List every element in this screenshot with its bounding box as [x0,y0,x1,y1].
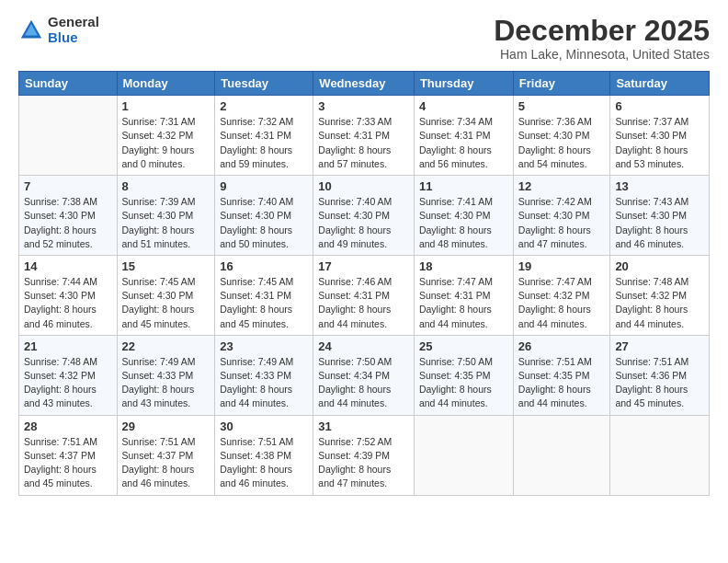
main-title: December 2025 [494,15,710,47]
day-cell [19,96,118,176]
logo: General Blue [18,15,99,45]
day-info: Sunrise: 7:33 AM Sunset: 4:31 PM Dayligh… [318,115,409,171]
day-cell: 23Sunrise: 7:49 AM Sunset: 4:33 PM Dayli… [215,335,313,415]
day-info: Sunrise: 7:32 AM Sunset: 4:31 PM Dayligh… [220,115,308,171]
day-cell: 25Sunrise: 7:50 AM Sunset: 4:35 PM Dayli… [414,335,513,415]
day-cell: 11Sunrise: 7:41 AM Sunset: 4:30 PM Dayli… [414,176,513,256]
calendar-table: SundayMondayTuesdayWednesdayThursdayFrid… [18,71,710,495]
day-info: Sunrise: 7:37 AM Sunset: 4:30 PM Dayligh… [615,115,704,171]
header-cell-friday: Friday [513,72,610,96]
day-info: Sunrise: 7:51 AM Sunset: 4:38 PM Dayligh… [220,435,308,491]
day-info: Sunrise: 7:51 AM Sunset: 4:36 PM Dayligh… [615,355,704,411]
header-cell-saturday: Saturday [610,72,710,96]
logo-icon [18,17,44,43]
header-cell-thursday: Thursday [414,72,513,96]
day-info: Sunrise: 7:42 AM Sunset: 4:30 PM Dayligh… [518,195,606,251]
day-number: 22 [122,339,210,353]
day-info: Sunrise: 7:50 AM Sunset: 4:35 PM Dayligh… [419,355,508,411]
day-number: 24 [318,339,409,353]
day-info: Sunrise: 7:36 AM Sunset: 4:30 PM Dayligh… [518,115,606,171]
day-info: Sunrise: 7:45 AM Sunset: 4:31 PM Dayligh… [220,275,308,331]
day-cell: 26Sunrise: 7:51 AM Sunset: 4:35 PM Dayli… [513,335,610,415]
day-number: 14 [24,259,112,273]
day-info: Sunrise: 7:38 AM Sunset: 4:30 PM Dayligh… [24,195,112,251]
day-cell: 17Sunrise: 7:46 AM Sunset: 4:31 PM Dayli… [313,255,415,335]
week-row-1: 7Sunrise: 7:38 AM Sunset: 4:30 PM Daylig… [19,176,710,256]
title-area: December 2025 Ham Lake, Minnesota, Unite… [494,15,710,62]
day-cell: 20Sunrise: 7:48 AM Sunset: 4:32 PM Dayli… [610,255,710,335]
day-cell [610,415,710,495]
day-number: 10 [318,179,409,193]
day-info: Sunrise: 7:34 AM Sunset: 4:31 PM Dayligh… [419,115,508,171]
day-cell: 31Sunrise: 7:52 AM Sunset: 4:39 PM Dayli… [313,415,415,495]
day-cell [513,415,610,495]
day-number: 5 [518,99,606,113]
day-number: 6 [615,99,704,113]
day-info: Sunrise: 7:46 AM Sunset: 4:31 PM Dayligh… [318,275,409,331]
day-cell: 18Sunrise: 7:47 AM Sunset: 4:31 PM Dayli… [414,255,513,335]
day-number: 8 [122,179,210,193]
day-cell: 12Sunrise: 7:42 AM Sunset: 4:30 PM Dayli… [513,176,610,256]
day-info: Sunrise: 7:43 AM Sunset: 4:30 PM Dayligh… [615,195,704,251]
day-info: Sunrise: 7:49 AM Sunset: 4:33 PM Dayligh… [122,355,210,411]
day-number: 19 [518,259,606,273]
day-info: Sunrise: 7:51 AM Sunset: 4:37 PM Dayligh… [24,435,112,491]
day-number: 30 [220,419,308,433]
day-number: 23 [220,339,308,353]
day-number: 9 [220,179,308,193]
day-cell: 13Sunrise: 7:43 AM Sunset: 4:30 PM Dayli… [610,176,710,256]
day-cell: 4Sunrise: 7:34 AM Sunset: 4:31 PM Daylig… [414,96,513,176]
day-number: 13 [615,179,704,193]
day-cell: 5Sunrise: 7:36 AM Sunset: 4:30 PM Daylig… [513,96,610,176]
day-number: 1 [122,99,210,113]
day-info: Sunrise: 7:47 AM Sunset: 4:32 PM Dayligh… [518,275,606,331]
day-number: 16 [220,259,308,273]
day-info: Sunrise: 7:51 AM Sunset: 4:35 PM Dayligh… [518,355,606,411]
logo-blue: Blue [48,30,99,46]
day-cell: 2Sunrise: 7:32 AM Sunset: 4:31 PM Daylig… [215,96,313,176]
day-cell: 10Sunrise: 7:40 AM Sunset: 4:30 PM Dayli… [313,176,415,256]
day-cell: 29Sunrise: 7:51 AM Sunset: 4:37 PM Dayli… [117,415,215,495]
logo-general: General [48,15,99,30]
day-cell: 7Sunrise: 7:38 AM Sunset: 4:30 PM Daylig… [19,176,118,256]
week-row-0: 1Sunrise: 7:31 AM Sunset: 4:32 PM Daylig… [19,96,710,176]
day-info: Sunrise: 7:40 AM Sunset: 4:30 PM Dayligh… [318,195,409,251]
day-info: Sunrise: 7:45 AM Sunset: 4:30 PM Dayligh… [122,275,210,331]
day-number: 11 [419,179,508,193]
header: General Blue December 2025 Ham Lake, Min… [18,15,710,62]
day-info: Sunrise: 7:48 AM Sunset: 4:32 PM Dayligh… [24,355,112,411]
day-cell: 8Sunrise: 7:39 AM Sunset: 4:30 PM Daylig… [117,176,215,256]
day-number: 21 [24,339,112,353]
header-cell-wednesday: Wednesday [313,72,415,96]
day-cell: 19Sunrise: 7:47 AM Sunset: 4:32 PM Dayli… [513,255,610,335]
day-number: 7 [24,179,112,193]
day-number: 31 [318,419,409,433]
day-number: 20 [615,259,704,273]
day-number: 2 [220,99,308,113]
day-cell: 27Sunrise: 7:51 AM Sunset: 4:36 PM Dayli… [610,335,710,415]
day-info: Sunrise: 7:31 AM Sunset: 4:32 PM Dayligh… [122,115,210,171]
day-cell: 14Sunrise: 7:44 AM Sunset: 4:30 PM Dayli… [19,255,118,335]
day-number: 3 [318,99,409,113]
day-info: Sunrise: 7:39 AM Sunset: 4:30 PM Dayligh… [122,195,210,251]
week-row-4: 28Sunrise: 7:51 AM Sunset: 4:37 PM Dayli… [19,415,710,495]
day-cell [414,415,513,495]
day-number: 12 [518,179,606,193]
day-info: Sunrise: 7:49 AM Sunset: 4:33 PM Dayligh… [220,355,308,411]
day-cell: 22Sunrise: 7:49 AM Sunset: 4:33 PM Dayli… [117,335,215,415]
day-number: 18 [419,259,508,273]
logo-text: General Blue [48,15,99,45]
day-cell: 30Sunrise: 7:51 AM Sunset: 4:38 PM Dayli… [215,415,313,495]
week-row-3: 21Sunrise: 7:48 AM Sunset: 4:32 PM Dayli… [19,335,710,415]
header-cell-tuesday: Tuesday [215,72,313,96]
day-info: Sunrise: 7:47 AM Sunset: 4:31 PM Dayligh… [419,275,508,331]
day-number: 29 [122,419,210,433]
day-number: 4 [419,99,508,113]
day-number: 25 [419,339,508,353]
header-row: SundayMondayTuesdayWednesdayThursdayFrid… [19,72,710,96]
day-number: 26 [518,339,606,353]
day-number: 28 [24,419,112,433]
day-info: Sunrise: 7:48 AM Sunset: 4:32 PM Dayligh… [615,275,704,331]
day-info: Sunrise: 7:44 AM Sunset: 4:30 PM Dayligh… [24,275,112,331]
day-number: 27 [615,339,704,353]
